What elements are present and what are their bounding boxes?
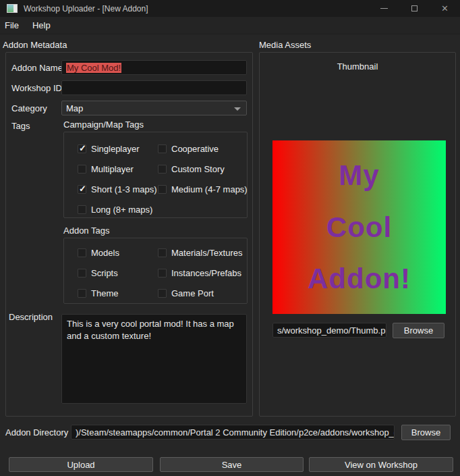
addon-directory-browse-button[interactable]: Browse [401, 425, 451, 440]
checkbox-materials-textures[interactable]: Materials/Textures [158, 248, 243, 258]
media-assets-group: Thumbnail My Cool Addon! s/workshop_demo… [259, 52, 456, 417]
checkbox-icon[interactable] [78, 144, 86, 153]
checkbox-label: Custom Story [171, 164, 225, 174]
addon-metadata-group: Addon Name My Cool Mod! Workshop ID Cate… [5, 52, 253, 417]
checkbox-icon[interactable] [158, 144, 167, 153]
addon-name-value: My Cool Mod! [66, 63, 121, 73]
addon-name-label: Addon Name [11, 63, 63, 73]
checkbox-label: Singleplayer [91, 144, 140, 154]
maximize-icon [411, 5, 418, 11]
chevron-down-icon [234, 107, 241, 111]
view-on-workshop-button[interactable]: View on Workshop [309, 457, 453, 472]
checkbox-icon[interactable] [158, 289, 167, 298]
description-label: Description [9, 312, 53, 322]
addon-name-input[interactable]: My Cool Mod! [61, 60, 247, 75]
checkbox-label: Short (1-3 maps) [91, 184, 157, 194]
addon-directory-value: )/Steam/steamapps/common/Portal 2 Commun… [76, 427, 395, 438]
checkbox-icon[interactable] [158, 248, 167, 257]
category-label: Category [11, 103, 47, 113]
checkbox-multiplayer[interactable]: Multiplayer [78, 164, 158, 174]
tags-label: Tags [11, 121, 30, 131]
checkbox-models[interactable]: Models [78, 248, 158, 258]
checkbox-instances-prefabs[interactable]: Instances/Prefabs [158, 268, 243, 278]
close-icon: ✕ [441, 3, 449, 14]
addon-metadata-section-title: Addon Metadata [3, 40, 67, 50]
thumbnail-text-line: My [339, 159, 379, 192]
checkbox-icon[interactable] [78, 205, 86, 214]
workshop-id-input[interactable] [61, 80, 247, 95]
checkbox-label: Multiplayer [91, 164, 134, 174]
checkbox-singleplayer[interactable]: Singleplayer [78, 144, 158, 154]
window-title: Workshop Uploader - [New Addon] [24, 4, 148, 14]
checkbox-medium-maps[interactable]: Medium (4-7 maps) [158, 184, 248, 194]
thumbnail-text-line: Cool [326, 211, 392, 244]
workshop-uploader-window: Workshop Uploader - [New Addon] ✕ File H… [0, 0, 460, 476]
checkbox-icon[interactable] [78, 289, 86, 298]
media-assets-section-title: Media Assets [259, 40, 311, 50]
checkbox-icon[interactable] [78, 248, 86, 257]
upload-button[interactable]: Upload [9, 457, 153, 472]
addon-directory-input[interactable]: )/Steam/steamapps/common/Portal 2 Commun… [71, 425, 395, 440]
menu-help[interactable]: Help [26, 17, 57, 34]
checkbox-theme[interactable]: Theme [78, 288, 158, 298]
checkbox-label: Instances/Prefabs [171, 268, 241, 278]
checkbox-label: Theme [91, 288, 118, 298]
minimize-icon [380, 8, 388, 9]
checkbox-custom-story[interactable]: Custom Story [158, 164, 248, 174]
checkbox-scripts[interactable]: Scripts [78, 268, 158, 278]
checkbox-icon[interactable] [158, 269, 167, 277]
campaign-tags-group: Singleplayer Cooperative Multiplayer Cus… [63, 132, 248, 218]
menu-bar: File Help [0, 17, 460, 34]
title-bar: Workshop Uploader - [New Addon] ✕ [0, 0, 460, 17]
addon-tags-group: Models Materials/Textures Scripts Instan… [63, 238, 248, 304]
thumbnail-path-input[interactable]: s/workshop_demo/Thumb.png [272, 323, 386, 338]
thumbnail-label: Thumbnail [260, 61, 455, 72]
checkbox-label: Materials/Textures [171, 248, 242, 258]
description-textarea[interactable]: This is a very cool portal mod! It has a… [61, 314, 247, 404]
checkbox-short-maps[interactable]: Short (1-3 maps) [78, 184, 158, 194]
thumbnail-path-value: s/workshop_demo/Thumb.png [277, 325, 386, 336]
window-controls: ✕ [369, 0, 460, 17]
checkbox-label: Game Port [171, 288, 214, 298]
checkbox-icon[interactable] [78, 269, 86, 277]
checkbox-label: Medium (4-7 maps) [171, 184, 248, 194]
addon-directory-label: Addon Directory [5, 427, 68, 438]
category-dropdown[interactable]: Map [61, 101, 247, 115]
menu-file[interactable]: File [0, 17, 26, 34]
checkbox-label: Models [91, 248, 119, 258]
maximize-button[interactable] [399, 0, 430, 17]
checkbox-long-maps[interactable]: Long (8+ maps) [78, 205, 158, 215]
app-icon [7, 4, 18, 13]
campaign-tags-title: Campaign/Map Tags [63, 120, 144, 130]
checkbox-icon[interactable] [78, 185, 86, 194]
addon-tags-title: Addon Tags [63, 226, 109, 236]
category-value: Map [66, 103, 83, 113]
thumbnail-image: My Cool Addon! [272, 140, 446, 314]
checkbox-label: Scripts [91, 268, 118, 278]
checkbox-icon[interactable] [158, 185, 167, 194]
minimize-button[interactable] [369, 0, 399, 17]
thumbnail-text-line: Addon! [308, 263, 411, 295]
checkbox-cooperative[interactable]: Cooperative [158, 144, 248, 154]
checkbox-game-port[interactable]: Game Port [158, 288, 243, 298]
checkbox-label: Cooperative [171, 144, 219, 154]
checkbox-label: Long (8+ maps) [91, 205, 152, 215]
workshop-id-label: Workshop ID [11, 83, 62, 93]
save-button[interactable]: Save [160, 457, 304, 472]
checkbox-icon[interactable] [158, 165, 167, 174]
thumbnail-browse-button[interactable]: Browse [393, 323, 444, 338]
close-button[interactable]: ✕ [430, 0, 460, 17]
checkbox-icon[interactable] [78, 165, 86, 174]
